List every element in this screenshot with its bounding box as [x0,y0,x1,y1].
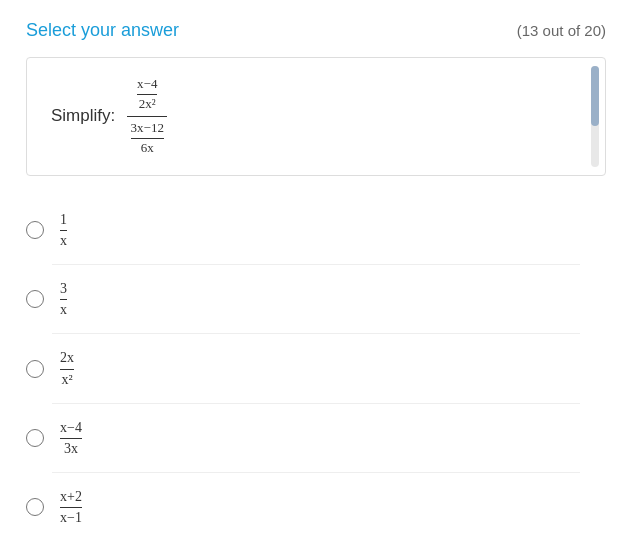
answer-label-4[interactable]: x−4 3x [60,418,82,458]
answer-option-1[interactable]: 1 x [26,196,606,264]
fraction-1: 1 x [60,211,67,250]
answer-label-5[interactable]: x+2 x−1 [60,487,82,527]
outer-den-top: 3x−12 [131,120,164,137]
question-prefix: Simplify: [51,106,115,126]
fraction-4: x−4 3x [60,419,82,458]
num-3: 2x [60,349,74,367]
bar-2 [60,299,67,300]
answer-option-5[interactable]: x+2 x−1 [26,473,606,541]
answer-option-3[interactable]: 2x x² [26,334,606,402]
answers-container: 1 x 3 x 2x x² [0,196,632,542]
scrollbar-track[interactable] [591,66,599,167]
main-fraction-bar [127,116,167,117]
fraction-5: x+2 x−1 [60,488,82,527]
inner-bar-bottom [131,138,164,139]
outer-numerator: x−4 2x² [137,76,157,113]
radio-4[interactable] [26,429,44,447]
radio-3[interactable] [26,360,44,378]
den-2: x [60,301,67,319]
outer-num-bottom: 2x² [139,96,156,113]
radio-5[interactable] [26,498,44,516]
outer-denominator: 3x−12 6x [131,120,164,157]
bar-4 [60,438,82,439]
progress-indicator: (13 out of 20) [517,22,606,39]
answer-label-2[interactable]: 3 x [60,279,67,319]
answer-option-2[interactable]: 3 x [26,265,606,333]
question-box: Simplify: x−4 2x² 3x−12 6x [26,57,606,176]
bar-3 [60,369,74,370]
inner-bar-top [137,94,157,95]
num-2: 3 [60,280,67,298]
num-5: x+2 [60,488,82,506]
den-4: 3x [64,440,78,458]
page-header: Select your answer (13 out of 20) [0,0,632,57]
radio-1[interactable] [26,221,44,239]
den-5: x−1 [60,509,82,527]
den-1: x [60,232,67,250]
radio-2[interactable] [26,290,44,308]
question-expression: x−4 2x² 3x−12 6x [127,76,167,157]
fraction-3: 2x x² [60,349,74,388]
bar-1 [60,230,67,231]
fraction-2: 3 x [60,280,67,319]
answer-label-3[interactable]: 2x x² [60,348,74,388]
outer-num-top: x−4 [137,76,157,93]
page-title: Select your answer [26,20,179,41]
outer-den-bottom: 6x [141,140,154,157]
scrollbar-thumb[interactable] [591,66,599,126]
answer-label-1[interactable]: 1 x [60,210,67,250]
answer-option-4[interactable]: x−4 3x [26,404,606,472]
bar-5 [60,507,82,508]
num-4: x−4 [60,419,82,437]
den-3: x² [61,371,72,389]
num-1: 1 [60,211,67,229]
